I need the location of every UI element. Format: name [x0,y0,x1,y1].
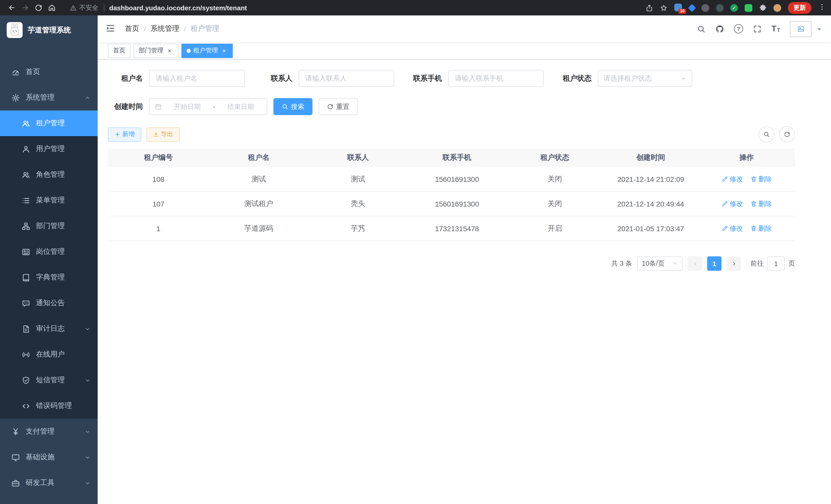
fullscreen-icon[interactable] [753,24,762,33]
extension-icon-5[interactable]: ✓ [730,4,738,11]
trash-icon [750,176,757,182]
sidebar-collapse-icon[interactable] [105,23,117,34]
chevron-down-icon [85,429,90,435]
security-warning-chip[interactable]: 不安全 [70,3,98,12]
refresh-table-button[interactable] [779,126,795,142]
reset-button[interactable]: 重置 [319,98,358,115]
address-bar[interactable]: 不安全 dashboard.yudao.iocoder.cn/system/te… [70,3,247,12]
sidebar-item-online-user[interactable]: 在线用户 [0,342,98,367]
breadcrumb-separator: / [184,25,186,33]
table-row[interactable]: 107 测试租户 秃头 15601691300 关闭 2021-12-14 20… [108,191,795,216]
browser-reload-button[interactable] [32,2,45,14]
phone-label: 联系手机 [407,74,448,83]
page-number-button[interactable]: 1 [707,256,721,271]
browser-forward-button[interactable] [19,2,32,14]
sidebar-item-tenant[interactable]: 租户管理 [0,111,98,136]
font-size-icon[interactable] [771,25,780,33]
sidebar-item-home[interactable]: 首页 [0,59,98,85]
url-text[interactable]: dashboard.yudao.iocoder.cn/system/tenant [109,4,247,11]
chevron-up-icon [85,95,90,100]
sidebar-item-error-code[interactable]: 错误码管理 [0,393,98,419]
breadcrumb-system[interactable]: 系统管理 [150,24,179,33]
delete-button[interactable]: 删除 [750,174,772,184]
code-icon [22,402,30,410]
share-icon[interactable] [646,4,653,11]
extension-icon-6[interactable] [745,4,752,11]
prev-page-button[interactable] [688,256,702,271]
table-row[interactable]: 108 测试 测试 15601691300 关闭 2021-12-14 21:0… [108,167,795,191]
sidebar-item-audit-log[interactable]: 审计日志 [0,316,98,342]
tab-home[interactable]: 首页 [108,43,131,58]
next-page-button[interactable] [727,256,741,271]
sidebar-item-role[interactable]: 角色管理 [0,162,98,187]
avatar[interactable] [790,21,811,37]
tenant-name-input[interactable] [149,70,245,87]
refresh-icon [784,131,791,138]
chevron-down-icon [85,480,90,486]
contact-input[interactable] [298,70,394,87]
toolbox-icon [11,479,20,487]
tab-tenant[interactable]: 租户管理 [181,43,233,58]
chevron-down-icon [673,261,678,266]
edit-button[interactable]: 修改 [721,224,743,233]
chevron-down-icon [85,377,90,383]
add-button[interactable]: 新增 [108,127,141,142]
sidebar-item-dev-tool[interactable]: 研发工具 [0,470,98,496]
warning-icon [70,4,77,11]
sidebar-item-menu[interactable]: 菜单管理 [0,187,98,213]
users-icon [22,119,30,128]
close-icon[interactable] [166,47,173,54]
date-range-picker[interactable]: 开始日期 - 结束日期 [149,98,267,115]
sidebar-item-system[interactable]: 系统管理 [0,85,98,111]
github-icon[interactable] [715,24,724,33]
delete-button[interactable]: 删除 [750,199,772,208]
tab-dept[interactable]: 部门管理 [134,43,178,58]
search-button[interactable]: 搜索 [274,98,312,115]
plus-icon [115,131,120,137]
avatar-caret-down-icon[interactable] [817,28,821,32]
export-button[interactable]: 导出 [146,127,180,142]
page-size-select[interactable]: 10条/页 [637,256,683,271]
hide-search-button[interactable] [758,126,774,142]
browser-update-button[interactable]: 更新 [788,2,811,13]
sidebar-item-post[interactable]: 岗位管理 [0,239,98,265]
browser-menu-icon[interactable] [818,3,826,12]
phone-input[interactable] [448,70,544,87]
browser-back-button[interactable] [5,2,19,14]
browser-toolbar: 不安全 dashboard.yudao.iocoder.cn/system/te… [0,0,831,16]
extensions-puzzle-icon[interactable] [759,4,767,11]
browser-home-button[interactable] [45,2,59,14]
pagination: 共 3 条 10条/页 1 前往 页 [108,256,795,271]
close-icon[interactable] [221,47,228,54]
bookmark-star-icon[interactable] [660,4,667,11]
extension-with-badge[interactable]: 10 [674,4,683,12]
extension-icon-3[interactable] [701,4,709,11]
chevron-down-icon [85,326,90,332]
breadcrumb-home[interactable]: 首页 [125,24,139,33]
edit-button[interactable]: 修改 [721,174,743,184]
sidebar-item-dict[interactable]: 字典管理 [0,265,98,290]
search-icon[interactable] [697,24,706,33]
sidebar-item-user[interactable]: 用户管理 [0,136,98,162]
sidebar-logo[interactable]: 芋道管理系统 [0,16,98,45]
table-row[interactable]: 1 芋道源码 芋艿 17321315478 开启 2021-01-05 17:0… [108,216,795,241]
sidebar: 芋道管理系统 首页 系统管理 租户管理 [0,16,98,504]
sidebar-item-infra[interactable]: 基础设施 [0,444,98,470]
sidebar-item-pay[interactable]: 支付管理 [0,419,98,444]
extension-icon-4[interactable] [716,4,724,11]
breadcrumb-current: 租户管理 [191,24,220,33]
browser-profile-avatar[interactable] [773,4,781,11]
browser-right-controls: 10 ✓ 更新 [646,2,826,13]
contact-label: 联系人 [257,74,298,83]
sidebar-item-sms[interactable]: 短信管理 [0,367,98,393]
delete-button[interactable]: 删除 [750,224,772,233]
extension-icon-2[interactable] [688,4,696,11]
navbar-actions [697,21,823,37]
help-icon[interactable] [734,24,743,33]
trash-icon [750,200,757,207]
goto-page-input[interactable] [767,256,785,271]
status-select[interactable]: 请选择租户状态 [598,70,692,87]
sidebar-item-dept[interactable]: 部门管理 [0,213,98,239]
edit-button[interactable]: 修改 [721,199,743,208]
sidebar-item-notice[interactable]: 通知公告 [0,290,98,316]
